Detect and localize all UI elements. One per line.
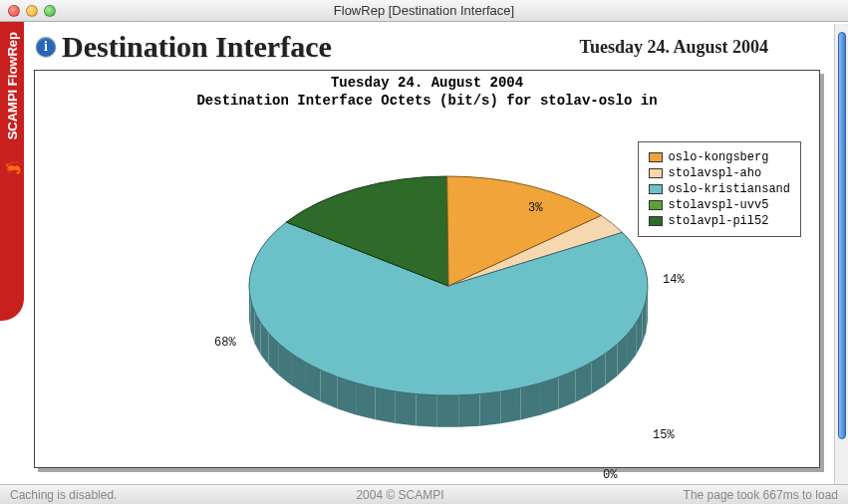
legend-swatch <box>649 200 663 210</box>
slice-percent-label: 0% <box>603 468 617 482</box>
chart-title-line1: Tuesday 24. August 2004 <box>35 75 819 93</box>
slice-percent-label: 3% <box>528 201 542 215</box>
legend-swatch <box>649 168 663 178</box>
legend-label: stolavspl-uvv5 <box>669 198 769 212</box>
legend-item: stolavpl-pil52 <box>649 214 790 228</box>
chart-container: Tuesday 24. August 2004 Destination Inte… <box>34 70 820 468</box>
legend-item: stolavspl-uvv5 <box>649 198 790 212</box>
slice-percent-label: 15% <box>653 428 675 442</box>
legend-label: stolavpl-pil52 <box>669 214 769 228</box>
window-title: FlowRep [Destination Interface] <box>0 3 848 18</box>
status-right: The page took 667ms to load <box>684 488 838 502</box>
app-sidebar: SCAMPI FlowRep 🦐 <box>0 22 24 321</box>
legend-swatch <box>649 216 663 226</box>
scampi-logo-icon: 🦐 <box>4 159 21 175</box>
legend-label: oslo-kristiansand <box>669 182 790 196</box>
page-header: i Destination Interface Tuesday 24. Augu… <box>32 28 822 70</box>
scroll-thumb[interactable] <box>838 32 846 439</box>
chart-legend: oslo-kongsbergstolavspl-ahooslo-kristian… <box>638 141 801 237</box>
header-date: Tuesday 24. August 2004 <box>580 37 768 58</box>
slice-percent-label: 68% <box>214 336 236 350</box>
status-center: 2004 © SCAMPI <box>356 488 443 502</box>
legend-item: oslo-kongsberg <box>649 150 790 164</box>
info-icon[interactable]: i <box>36 37 56 57</box>
legend-label: oslo-kongsberg <box>669 150 769 164</box>
legend-item: oslo-kristiansand <box>649 182 790 196</box>
window-titlebar: FlowRep [Destination Interface] <box>0 0 848 22</box>
chart-title-line2: Destination Interface Octets (bit/s) for… <box>35 93 819 111</box>
legend-label: stolavspl-aho <box>669 166 762 180</box>
legend-swatch <box>649 152 663 162</box>
slice-percent-label: 14% <box>663 273 685 287</box>
legend-swatch <box>649 184 663 194</box>
chart-title: Tuesday 24. August 2004 Destination Inte… <box>35 71 819 112</box>
pie-chart <box>234 146 663 435</box>
sidebar-label: SCAMPI FlowRep <box>5 32 20 139</box>
status-bar: Caching is disabled. 2004 © SCAMPI The p… <box>0 484 848 504</box>
status-left: Caching is disabled. <box>10 488 117 502</box>
page-title: Destination Interface <box>62 30 332 64</box>
vertical-scrollbar[interactable] <box>834 24 848 484</box>
legend-item: stolavspl-aho <box>649 166 790 180</box>
